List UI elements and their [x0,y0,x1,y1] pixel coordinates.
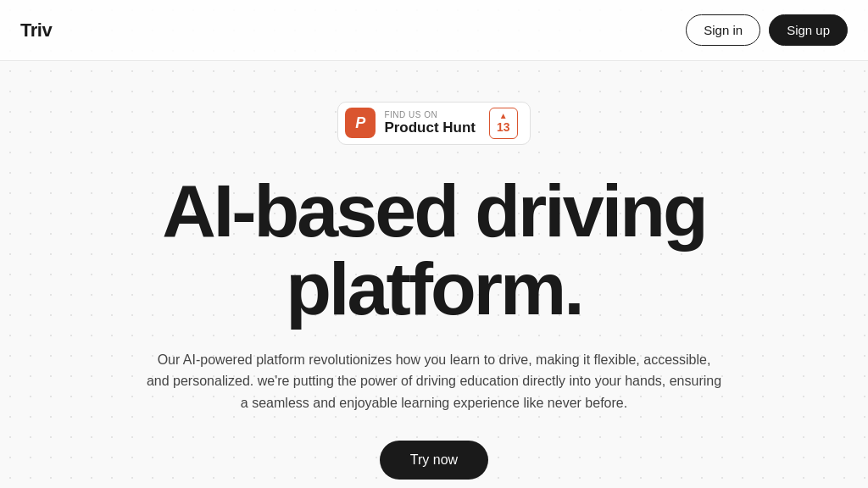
signup-button[interactable]: Sign up [769,14,848,46]
hero-subtitle: Our AI-powered platform revolutionizes h… [146,349,722,414]
signin-button[interactable]: Sign in [686,14,760,46]
product-hunt-name: Product Hunt [384,119,476,136]
product-hunt-find-us: FIND US ON [384,110,437,119]
hero-title: AI-based driving platform. [162,172,705,329]
hero-title-line1: AI-based driving [162,169,705,252]
product-hunt-icon: P [345,108,376,138]
main-content: P FIND US ON Product Hunt ▲ 13 AI-based … [0,61,868,480]
vote-count: 13 [497,120,510,135]
header-buttons: Sign in Sign up [686,14,848,46]
try-now-button[interactable]: Try now [380,441,488,480]
hero-title-line2: platform. [286,247,581,330]
product-hunt-text: FIND US ON Product Hunt [384,110,476,136]
logo: Triv [20,19,52,42]
upvote-arrow-icon: ▲ [499,112,508,120]
header: Triv Sign in Sign up [0,0,868,61]
product-hunt-votes: ▲ 13 [489,108,518,139]
product-hunt-badge[interactable]: P FIND US ON Product Hunt ▲ 13 [337,102,530,145]
